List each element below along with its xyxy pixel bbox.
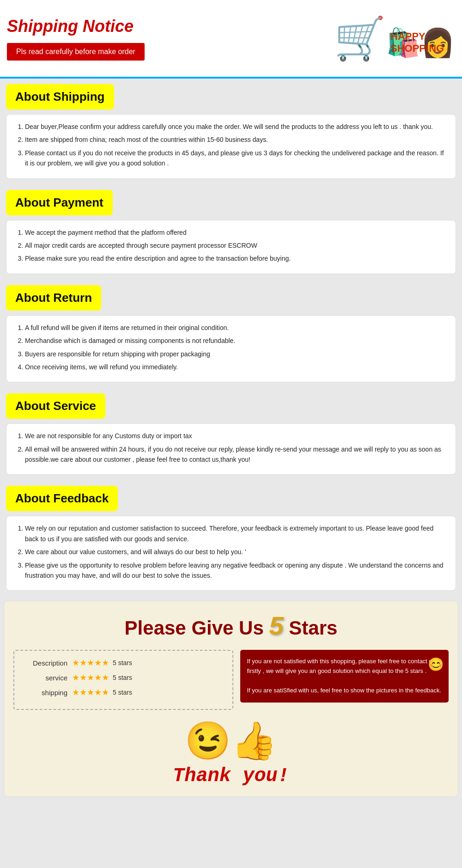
- return-item-4: Once receiving items, we will refund you…: [25, 362, 446, 372]
- description-stars: ★★★★★: [72, 658, 109, 668]
- info-box: 😊 If you are not satisfied with this sho…: [240, 650, 449, 702]
- payment-title: About Payment: [15, 196, 103, 210]
- five-stars-title: Please Give Us 5 Stars: [13, 611, 449, 641]
- service-content: We are not responsible for any Customs d…: [6, 423, 456, 475]
- service-rating-text: 5 stars: [113, 674, 132, 681]
- header-left: Shipping Notice Pls read carefully befor…: [7, 17, 334, 61]
- shipping-header: About Shipping: [6, 84, 114, 110]
- winking-emoji-icon: 😉👍: [13, 719, 449, 763]
- service-item-2: All email will be answered within 24 hou…: [25, 444, 446, 465]
- service-item-1: We are not responsible for any Customs d…: [25, 431, 446, 441]
- info-text-2: If you are satiSfied with us, feel free …: [247, 686, 442, 696]
- ratings-box: Description ★★★★★ 5 stars service ★★★★★ …: [13, 650, 233, 710]
- ratings-area: Description ★★★★★ 5 stars service ★★★★★ …: [13, 650, 449, 710]
- shipping-stars: ★★★★★: [72, 687, 109, 697]
- shipping-title: About Shipping: [15, 90, 105, 104]
- feedback-item-2: We care about our value customers, and w…: [25, 547, 446, 557]
- payment-item-3: Please make sure you read the entire des…: [25, 253, 446, 263]
- return-content: A full refund will be given if items are…: [6, 315, 456, 383]
- header-subtitle: Pls read carefully before make order: [7, 43, 145, 61]
- happy-shopping-text: HAPPY SHOPPING: [390, 31, 455, 55]
- smiley-icon: 😊: [428, 654, 444, 675]
- service-label: service: [26, 674, 67, 682]
- service-header: About Service: [6, 393, 105, 419]
- payment-section: About Payment We accept the payment meth…: [0, 184, 462, 280]
- five-stars-section: Please Give Us 5 Stars Description ★★★★★…: [4, 601, 458, 797]
- shipping-label: shipping: [26, 689, 67, 697]
- service-section: About Service We are not responsible for…: [0, 388, 462, 480]
- shipping-content: Dear buyer,Please confirm your address c…: [6, 114, 456, 179]
- return-item-3: Buyers are responsible for return shippi…: [25, 349, 446, 359]
- payment-content: We accept the payment method that the pl…: [6, 220, 456, 274]
- stars-word: Stars: [284, 617, 338, 639]
- shipping-rating-text: 5 stars: [113, 689, 132, 696]
- description-label: Description: [26, 659, 67, 667]
- please-give-text: Please Give Us: [125, 617, 269, 639]
- rating-row-description: Description ★★★★★ 5 stars: [26, 658, 221, 668]
- description-rating-text: 5 stars: [113, 659, 132, 666]
- feedback-item-3: Please give us the opportunity to resolv…: [25, 560, 446, 581]
- payment-item-1: We accept the payment method that the pl…: [25, 227, 446, 238]
- shipping-section: About Shipping Dear buyer,Please confirm…: [0, 79, 462, 184]
- feedback-title: About Feedback: [15, 491, 109, 506]
- service-title: About Service: [15, 399, 96, 413]
- number-five: 5: [269, 611, 283, 640]
- thank-you-text: Thank you!: [13, 765, 449, 787]
- header-image-area: 🛒 🛍️👩 HAPPY SHOPPING: [334, 18, 455, 59]
- page-title: Shipping Notice: [7, 17, 334, 36]
- shipping-item-2: Item are shipped from china; reach most …: [25, 134, 446, 145]
- info-text-1: If you are not satisfied with this shopp…: [247, 657, 442, 676]
- feedback-section: About Feedback We rely on our reputation…: [0, 480, 462, 596]
- payment-header: About Payment: [6, 190, 113, 215]
- header-cart-area: 🛒 🛍️👩 HAPPY SHOPPING: [334, 18, 455, 59]
- service-stars: ★★★★★: [72, 672, 109, 683]
- feedback-content: We rely on our reputation and customer s…: [6, 516, 456, 591]
- feedback-item-1: We rely on our reputation and customer s…: [25, 523, 446, 544]
- return-title: About Return: [15, 291, 92, 305]
- payment-item-2: All major credit cards are accepted thro…: [25, 240, 446, 251]
- shipping-item-3: Please contact us if you do not receive …: [25, 148, 446, 169]
- return-header: About Return: [6, 285, 101, 311]
- return-section: About Return A full refund will be given…: [0, 280, 462, 388]
- rating-row-service: service ★★★★★ 5 stars: [26, 672, 221, 683]
- return-item-2: Merchandise which is damaged or missing …: [25, 336, 446, 346]
- rating-row-shipping: shipping ★★★★★ 5 stars: [26, 687, 221, 697]
- return-item-1: A full refund will be given if items are…: [25, 323, 446, 333]
- thank-you-section: 😉👍 Thank you!: [13, 719, 449, 787]
- shipping-item-1: Dear buyer,Please confirm your address c…: [25, 122, 446, 132]
- feedback-header: About Feedback: [6, 486, 118, 511]
- page-header: Shipping Notice Pls read carefully befor…: [0, 0, 462, 79]
- cart-icon: 🛒: [334, 18, 386, 59]
